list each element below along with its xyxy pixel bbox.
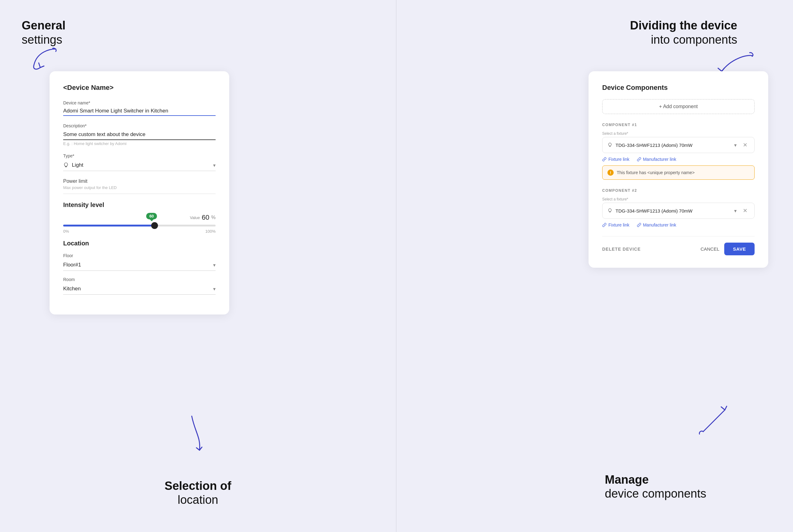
type-value: Light: [63, 162, 83, 168]
location-normal-text: location: [178, 493, 218, 506]
slider-bubble: 60: [146, 213, 157, 220]
general-settings-card: <Device Name> Device name* Description* …: [50, 71, 229, 315]
room-text: Kitchen: [63, 286, 81, 292]
slider-value-label: Value: [190, 215, 200, 220]
left-top-annotation: General settings: [22, 19, 66, 47]
svg-rect-3: [609, 212, 611, 212]
device-name-group: Device name*: [63, 100, 216, 116]
description-group: Description* E.g. : Home light switcher …: [63, 123, 216, 146]
warning-box-1: ! This fixture has <unique property name…: [602, 166, 755, 180]
manufacturer-link-1[interactable]: Manufacturer link: [637, 157, 676, 162]
component-2-label: COMPONENT #2: [602, 188, 755, 193]
footer-right: CANCEL SAVE: [700, 243, 755, 255]
slider-thumb[interactable]: [151, 222, 158, 229]
dividing-title: Dividing the device into components: [630, 19, 737, 47]
fixture-2-bulb-icon: [607, 208, 613, 213]
link-icon-4: [637, 223, 641, 227]
fixture-2-links: Fixture link Manufacturer link: [602, 223, 755, 227]
fixture-2-remove-button[interactable]: ✕: [741, 207, 749, 215]
cancel-button[interactable]: CANCEL: [700, 246, 719, 252]
room-select[interactable]: Kitchen ▾: [63, 283, 216, 294]
light-bulb-icon: [63, 163, 69, 168]
component-2-section: COMPONENT #2 Select a fixture* TDG-334-S…: [602, 188, 755, 227]
fixture-2-select[interactable]: TDG-334-SHWF1213 (Adomi) 70mW ▾ ✕: [602, 203, 755, 219]
manufacturer-link-2[interactable]: Manufacturer link: [637, 223, 676, 227]
description-label: Description*: [63, 123, 216, 128]
slider-fill: [63, 225, 155, 227]
type-label: Type*: [63, 153, 216, 158]
fixture-1-bulb-icon: [607, 142, 613, 148]
floor-text: Floor#1: [63, 262, 81, 268]
type-select[interactable]: Light ▾: [63, 159, 216, 171]
selection-bold: Selection of location: [165, 479, 231, 507]
slider-value-area: Value 60 %: [63, 213, 216, 222]
chevron-down-icon: ▾: [213, 163, 216, 168]
power-limit-sub: Max power output for the LED: [63, 185, 216, 194]
svg-rect-2: [609, 146, 611, 146]
device-components-title: Device Components: [602, 84, 755, 92]
svg-rect-0: [65, 166, 67, 167]
fixture-2-label: Select a fixture*: [602, 197, 755, 202]
add-component-label: + Add component: [659, 104, 698, 109]
type-group: Type* Light ▾: [63, 153, 216, 171]
slider-labels: 0% 100%: [63, 229, 216, 234]
svg-rect-1: [66, 167, 66, 167]
fixture-2-right: ▾ ✕: [734, 207, 749, 215]
link-icon-3: [602, 223, 606, 227]
manage-title: Manage device components: [605, 473, 706, 501]
type-text: Light: [72, 162, 83, 168]
slider-track: 60: [63, 225, 216, 227]
fixture-1-select[interactable]: TDG-334-SHWF1213 (Adomi) 70mW ▾ ✕: [602, 137, 755, 153]
slider-max: 100%: [206, 229, 216, 234]
intensity-section: Intensity level Value 60 % 60 0% 100%: [63, 202, 216, 234]
room-value: Kitchen: [63, 286, 81, 292]
device-name-input[interactable]: [63, 107, 216, 116]
device-components-card: Device Components + Add component COMPON…: [588, 71, 768, 268]
selection-bold-text: Selection of: [165, 479, 231, 492]
save-button[interactable]: SAVE: [724, 243, 755, 255]
device-name-label: Device name*: [63, 100, 216, 105]
right-section: Dividing the device into components Devi…: [396, 0, 793, 532]
floor-value: Floor#1: [63, 262, 81, 268]
fixture-1-value: TDG-334-SHWF1213 (Adomi) 70mW: [616, 142, 692, 148]
fixture-1-links: Fixture link Manufacturer link: [602, 157, 755, 162]
fixture-link-2-label: Fixture link: [608, 223, 630, 227]
add-component-button[interactable]: + Add component: [602, 99, 755, 114]
floor-select[interactable]: Floor#1 ▾: [63, 259, 216, 271]
fixture-2-value: TDG-334-SHWF1213 (Adomi) 70mW: [616, 208, 692, 213]
general-settings-title: General settings: [22, 19, 66, 47]
right-top-annotation: Dividing the device into components: [630, 19, 737, 47]
intensity-title: Intensity level: [63, 202, 216, 209]
location-group: Location Floor Floor#1 ▾ Room Kitchen ▾: [63, 240, 216, 294]
manage-bold: Manage: [605, 473, 649, 486]
arrow-down-icon: [182, 413, 213, 458]
general-bold: General: [22, 19, 66, 32]
power-limit-group: Power limit Max power output for the LED: [63, 178, 216, 194]
fixture-link-1-label: Fixture link: [608, 157, 630, 162]
fixture-link-2[interactable]: Fixture link: [602, 223, 630, 227]
card-footer: DELETE DEVICE CANCEL SAVE: [602, 236, 755, 255]
fixture-link-1[interactable]: Fixture link: [602, 157, 630, 162]
description-input[interactable]: [63, 130, 216, 140]
room-label: Room: [63, 277, 216, 282]
fixture-2-chevron-icon: ▾: [734, 208, 737, 214]
manage-annotation: Manage device components: [605, 473, 706, 501]
manufacturer-link-2-label: Manufacturer link: [643, 223, 676, 227]
slider-pct: %: [211, 215, 216, 220]
fixture-1-remove-button[interactable]: ✕: [741, 141, 749, 149]
fixture-1-label: Select a fixture*: [602, 131, 755, 136]
location-title: Location: [63, 240, 216, 247]
delete-device-button[interactable]: DELETE DEVICE: [602, 247, 641, 252]
fixture-2-left: TDG-334-SHWF1213 (Adomi) 70mW: [607, 208, 692, 213]
component-1-label: COMPONENT #1: [602, 123, 755, 127]
fixture-1-right: ▾ ✕: [734, 141, 749, 149]
power-limit-label: Power limit: [63, 178, 216, 184]
curly-arrow-left-icon: [31, 46, 68, 75]
link-icon-2: [637, 157, 641, 162]
manufacturer-link-1-label: Manufacturer link: [643, 157, 676, 162]
floor-label: Floor: [63, 253, 216, 258]
settings-normal: settings: [22, 33, 62, 46]
device-name-heading: <Device Name>: [63, 84, 216, 92]
description-hint: E.g. : Home light switcher by Adomi: [63, 141, 216, 146]
dividing-bold: Dividing the device: [630, 19, 737, 32]
